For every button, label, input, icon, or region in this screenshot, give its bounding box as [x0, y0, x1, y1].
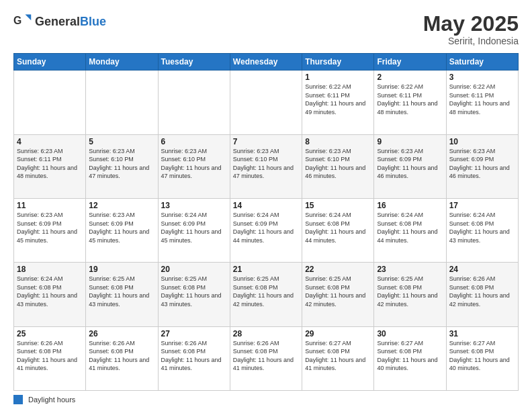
day-cell: 19Sunrise: 6:25 AM Sunset: 6:08 PM Dayli… [86, 263, 158, 326]
logo-general: General [35, 15, 80, 28]
day-number: 27 [161, 329, 227, 338]
day-number: 17 [449, 201, 515, 210]
day-number: 29 [305, 329, 371, 338]
col-thursday: Thursday [302, 54, 374, 71]
week-row-1: 1Sunrise: 6:22 AM Sunset: 6:11 PM Daylig… [14, 71, 519, 134]
day-number: 4 [17, 137, 83, 146]
day-cell: 20Sunrise: 6:25 AM Sunset: 6:08 PM Dayli… [158, 263, 230, 326]
day-info: Sunrise: 6:25 AM Sunset: 6:08 PM Dayligh… [161, 275, 227, 308]
col-tuesday: Tuesday [158, 54, 230, 71]
day-number: 14 [233, 201, 299, 210]
day-cell: 16Sunrise: 6:24 AM Sunset: 6:08 PM Dayli… [374, 198, 446, 262]
day-cell: 9Sunrise: 6:23 AM Sunset: 6:09 PM Daylig… [374, 134, 446, 198]
day-info: Sunrise: 6:22 AM Sunset: 6:11 PM Dayligh… [377, 83, 443, 116]
day-cell: 6Sunrise: 6:23 AM Sunset: 6:10 PM Daylig… [158, 134, 230, 198]
day-number: 15 [305, 201, 371, 210]
day-info: Sunrise: 6:25 AM Sunset: 6:08 PM Dayligh… [305, 275, 371, 308]
day-cell: 31Sunrise: 6:27 AM Sunset: 6:08 PM Dayli… [446, 326, 518, 390]
day-info: Sunrise: 6:26 AM Sunset: 6:08 PM Dayligh… [17, 339, 83, 373]
day-cell: 24Sunrise: 6:26 AM Sunset: 6:08 PM Dayli… [446, 263, 518, 326]
day-info: Sunrise: 6:23 AM Sunset: 6:10 PM Dayligh… [161, 147, 227, 181]
day-info: Sunrise: 6:24 AM Sunset: 6:08 PM Dayligh… [449, 211, 515, 244]
day-info: Sunrise: 6:25 AM Sunset: 6:08 PM Dayligh… [89, 275, 154, 308]
day-info: Sunrise: 6:25 AM Sunset: 6:08 PM Dayligh… [233, 275, 299, 308]
day-cell: 27Sunrise: 6:26 AM Sunset: 6:08 PM Dayli… [158, 326, 230, 390]
day-cell: 5Sunrise: 6:23 AM Sunset: 6:10 PM Daylig… [86, 134, 158, 198]
day-cell: 13Sunrise: 6:24 AM Sunset: 6:09 PM Dayli… [158, 198, 230, 262]
calendar-subtitle: Seririt, Indonesia [423, 36, 519, 46]
footer: Daylight hours [13, 395, 519, 404]
day-info: Sunrise: 6:26 AM Sunset: 6:08 PM Dayligh… [89, 339, 154, 373]
daylight-icon [13, 395, 23, 404]
day-number: 6 [161, 137, 227, 146]
day-cell: 1Sunrise: 6:22 AM Sunset: 6:11 PM Daylig… [302, 71, 374, 134]
day-cell: 21Sunrise: 6:25 AM Sunset: 6:08 PM Dayli… [230, 263, 302, 326]
day-info: Sunrise: 6:27 AM Sunset: 6:08 PM Dayligh… [377, 339, 443, 373]
day-cell: 11Sunrise: 6:23 AM Sunset: 6:09 PM Dayli… [14, 198, 86, 262]
day-info: Sunrise: 6:23 AM Sunset: 6:09 PM Dayligh… [377, 147, 443, 181]
day-number: 18 [17, 265, 83, 274]
day-number: 26 [89, 329, 154, 338]
day-number: 23 [377, 265, 443, 274]
day-info: Sunrise: 6:23 AM Sunset: 6:10 PM Dayligh… [89, 147, 154, 181]
day-number: 24 [449, 265, 515, 274]
day-number: 10 [449, 137, 515, 146]
svg-marker-1 [26, 15, 32, 21]
day-number: 28 [233, 329, 299, 338]
col-wednesday: Wednesday [230, 54, 302, 71]
week-row-5: 25Sunrise: 6:26 AM Sunset: 6:08 PM Dayli… [14, 326, 519, 390]
day-info: Sunrise: 6:23 AM Sunset: 6:09 PM Dayligh… [17, 211, 83, 244]
day-number: 12 [89, 201, 154, 210]
day-number: 21 [233, 265, 299, 274]
day-cell: 29Sunrise: 6:27 AM Sunset: 6:08 PM Dayli… [302, 326, 374, 390]
calendar-table: Sunday Monday Tuesday Wednesday Thursday… [13, 53, 519, 391]
logo: G GeneralBlue [13, 12, 106, 31]
header-row: Sunday Monday Tuesday Wednesday Thursday… [14, 54, 519, 71]
week-row-2: 4Sunrise: 6:23 AM Sunset: 6:11 PM Daylig… [14, 134, 519, 198]
day-number: 16 [377, 201, 443, 210]
day-cell: 17Sunrise: 6:24 AM Sunset: 6:08 PM Dayli… [446, 198, 518, 262]
day-number: 30 [377, 329, 443, 338]
daylight-label: Daylight hours [28, 396, 75, 404]
week-row-3: 11Sunrise: 6:23 AM Sunset: 6:09 PM Dayli… [14, 198, 519, 262]
day-cell: 10Sunrise: 6:23 AM Sunset: 6:09 PM Dayli… [446, 134, 518, 198]
day-cell [14, 71, 86, 134]
logo-icon: G [13, 12, 32, 31]
day-cell: 8Sunrise: 6:23 AM Sunset: 6:10 PM Daylig… [302, 134, 374, 198]
week-row-4: 18Sunrise: 6:24 AM Sunset: 6:08 PM Dayli… [14, 263, 519, 326]
day-number: 3 [449, 73, 515, 82]
day-number: 11 [17, 201, 83, 210]
col-friday: Friday [374, 54, 446, 71]
col-sunday: Sunday [14, 54, 86, 71]
logo-blue: Blue [80, 15, 106, 28]
day-number: 19 [89, 265, 154, 274]
day-number: 31 [449, 329, 515, 338]
day-cell: 4Sunrise: 6:23 AM Sunset: 6:11 PM Daylig… [14, 134, 86, 198]
day-cell [158, 71, 230, 134]
day-number: 1 [305, 73, 371, 82]
day-info: Sunrise: 6:24 AM Sunset: 6:08 PM Dayligh… [17, 275, 83, 308]
day-cell: 25Sunrise: 6:26 AM Sunset: 6:08 PM Dayli… [14, 326, 86, 390]
day-info: Sunrise: 6:26 AM Sunset: 6:08 PM Dayligh… [161, 339, 227, 373]
day-cell: 7Sunrise: 6:23 AM Sunset: 6:10 PM Daylig… [230, 134, 302, 198]
day-cell: 23Sunrise: 6:25 AM Sunset: 6:08 PM Dayli… [374, 263, 446, 326]
day-cell: 30Sunrise: 6:27 AM Sunset: 6:08 PM Dayli… [374, 326, 446, 390]
day-number: 20 [161, 265, 227, 274]
day-info: Sunrise: 6:23 AM Sunset: 6:11 PM Dayligh… [17, 147, 83, 181]
day-info: Sunrise: 6:24 AM Sunset: 6:09 PM Dayligh… [233, 211, 299, 244]
day-cell: 2Sunrise: 6:22 AM Sunset: 6:11 PM Daylig… [374, 71, 446, 134]
day-info: Sunrise: 6:23 AM Sunset: 6:09 PM Dayligh… [449, 147, 515, 181]
day-number: 9 [377, 137, 443, 146]
day-info: Sunrise: 6:23 AM Sunset: 6:10 PM Dayligh… [233, 147, 299, 181]
day-number: 5 [89, 137, 154, 146]
header: G GeneralBlue May 2025 Seririt, Indonesi… [13, 12, 519, 46]
col-saturday: Saturday [446, 54, 518, 71]
day-cell: 26Sunrise: 6:26 AM Sunset: 6:08 PM Dayli… [86, 326, 158, 390]
day-info: Sunrise: 6:23 AM Sunset: 6:10 PM Dayligh… [305, 147, 371, 181]
day-cell: 15Sunrise: 6:24 AM Sunset: 6:08 PM Dayli… [302, 198, 374, 262]
day-info: Sunrise: 6:26 AM Sunset: 6:08 PM Dayligh… [449, 275, 515, 308]
day-info: Sunrise: 6:26 AM Sunset: 6:08 PM Dayligh… [233, 339, 299, 373]
day-number: 22 [305, 265, 371, 274]
day-number: 7 [233, 137, 299, 146]
day-info: Sunrise: 6:27 AM Sunset: 6:08 PM Dayligh… [449, 339, 515, 373]
